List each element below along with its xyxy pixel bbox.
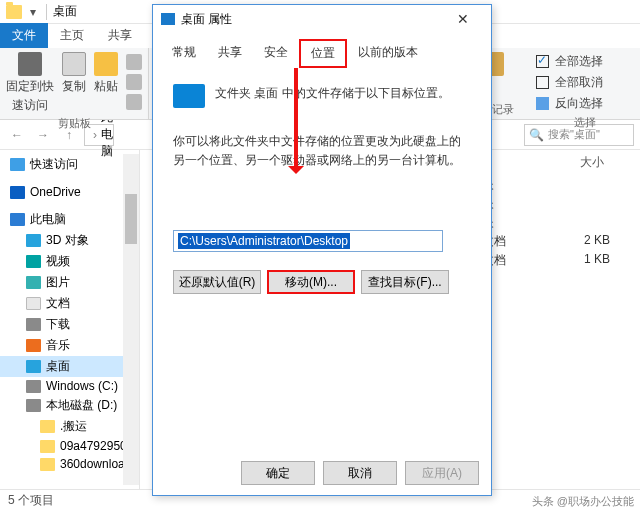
scroll-thumb[interactable] [125, 194, 137, 244]
video-icon [26, 255, 41, 268]
item-count: 5 个项目 [8, 492, 54, 509]
copy-icon [62, 52, 86, 76]
paste-shortcut-icon[interactable] [126, 94, 142, 110]
pc-icon [10, 213, 25, 226]
group-clipboard: 固定到快 速访问 复制 粘贴 剪贴板 [0, 48, 149, 119]
dialog-body: 文件夹 桌面 中的文件存储于以下目标位置。 你可以将此文件夹中文件存储的位置更改… [153, 68, 491, 310]
forward-button[interactable]: → [32, 124, 54, 146]
copy-button[interactable]: 复制 [62, 52, 86, 95]
col-size[interactable]: 大小 [550, 152, 610, 173]
invert-select-button[interactable]: 反向选择 [536, 94, 634, 113]
cut-icon[interactable] [126, 54, 142, 70]
tree-folder[interactable]: .搬运 [0, 416, 139, 437]
copy-path-icon[interactable] [126, 74, 142, 90]
desktop-icon [161, 13, 175, 25]
dialog-titlebar[interactable]: 桌面 属性 ✕ [153, 5, 491, 33]
pin-button[interactable]: 固定到快 速访问 [6, 52, 54, 114]
tab-general[interactable]: 常规 [161, 39, 207, 68]
group-select: 全部选择 全部取消 反向选择 选择 [530, 48, 640, 119]
download-icon [26, 318, 41, 331]
cloud-icon [10, 186, 25, 199]
tree-videos[interactable]: 视频 [0, 251, 139, 272]
group-label: 选择 [574, 113, 596, 130]
check-icon [536, 55, 549, 68]
desktop-large-icon [173, 84, 205, 108]
tree-folder[interactable]: 09a4792950a3 [0, 437, 139, 455]
nav-tree: 快速访问 OneDrive 此电脑 3D 对象 视频 图片 文档 下载 音乐 桌… [0, 150, 140, 489]
select-none-button[interactable]: 全部取消 [536, 73, 634, 92]
ok-button[interactable]: 确定 [241, 461, 315, 485]
back-button[interactable]: ← [6, 124, 28, 146]
picture-icon [26, 276, 41, 289]
tab-previous[interactable]: 以前的版本 [347, 39, 429, 68]
tab-home[interactable]: 主页 [48, 23, 96, 48]
tree-documents[interactable]: 文档 [0, 293, 139, 314]
find-target-button[interactable]: 查找目标(F)... [361, 270, 449, 294]
tree-ddrive[interactable]: 本地磁盘 (D:) [0, 395, 139, 416]
drive-icon [26, 399, 41, 412]
dialog-tabs: 常规 共享 安全 位置 以前的版本 [153, 33, 491, 68]
tab-file[interactable]: 文件 [0, 23, 48, 48]
pin-icon [18, 52, 42, 76]
watermark: 头条 @职场办公技能 [532, 494, 634, 509]
tree-pictures[interactable]: 图片 [0, 272, 139, 293]
tree-desktop[interactable]: 桌面 [0, 356, 139, 377]
cancel-button[interactable]: 取消 [323, 461, 397, 485]
tree-thispc[interactable]: 此电脑 [0, 209, 139, 230]
qat-save-icon[interactable]: ▾ [26, 5, 40, 19]
tree-folder[interactable]: 360downloads [0, 455, 139, 473]
select-all-button[interactable]: 全部选择 [536, 52, 634, 71]
search-icon: 🔍 [529, 128, 544, 142]
star-icon [10, 158, 25, 171]
info-text-1: 文件夹 桌面 中的文件存储于以下目标位置。 [215, 84, 450, 103]
uncheck-icon [536, 76, 549, 89]
paste-button[interactable]: 粘贴 [94, 52, 118, 95]
dialog-footer: 确定 取消 应用(A) [153, 461, 491, 485]
invert-icon [536, 97, 549, 110]
tab-security[interactable]: 安全 [253, 39, 299, 68]
tree-quick-access[interactable]: 快速访问 [0, 154, 139, 175]
tab-share[interactable]: 共享 [207, 39, 253, 68]
scrollbar[interactable] [123, 154, 139, 485]
drive-icon [26, 380, 41, 393]
3d-icon [26, 234, 41, 247]
move-button[interactable]: 移动(M)... [267, 270, 355, 294]
restore-default-button[interactable]: 还原默认值(R) [173, 270, 261, 294]
folder-icon [40, 458, 55, 471]
desktop-icon [26, 360, 41, 373]
folder-icon [40, 420, 55, 433]
tree-music[interactable]: 音乐 [0, 335, 139, 356]
tree-onedrive[interactable]: OneDrive [0, 183, 139, 201]
window-title: 桌面 [53, 3, 77, 20]
tree-3d[interactable]: 3D 对象 [0, 230, 139, 251]
dialog-title: 桌面 属性 [181, 11, 232, 28]
tree-cdrive[interactable]: Windows (C:) [0, 377, 139, 395]
close-button[interactable]: ✕ [443, 11, 483, 27]
folder-icon [6, 5, 22, 19]
tree-downloads[interactable]: 下载 [0, 314, 139, 335]
music-icon [26, 339, 41, 352]
tab-location[interactable]: 位置 [299, 39, 347, 68]
folder-icon [40, 440, 55, 453]
document-icon [26, 297, 41, 310]
paste-icon [94, 52, 118, 76]
properties-dialog: 桌面 属性 ✕ 常规 共享 安全 位置 以前的版本 文件夹 桌面 中的文件存储于… [152, 4, 492, 496]
info-text-2: 你可以将此文件夹中文件存储的位置更改为此硬盘上的另一个位置、另一个驱动器或网络上… [173, 132, 471, 170]
group-label: 剪贴板 [58, 114, 91, 131]
apply-button[interactable]: 应用(A) [405, 461, 479, 485]
path-input[interactable]: C:\Users\Administrator\Desktop [173, 230, 443, 252]
annotation-arrow [294, 68, 298, 172]
tab-share[interactable]: 共享 [96, 23, 144, 48]
